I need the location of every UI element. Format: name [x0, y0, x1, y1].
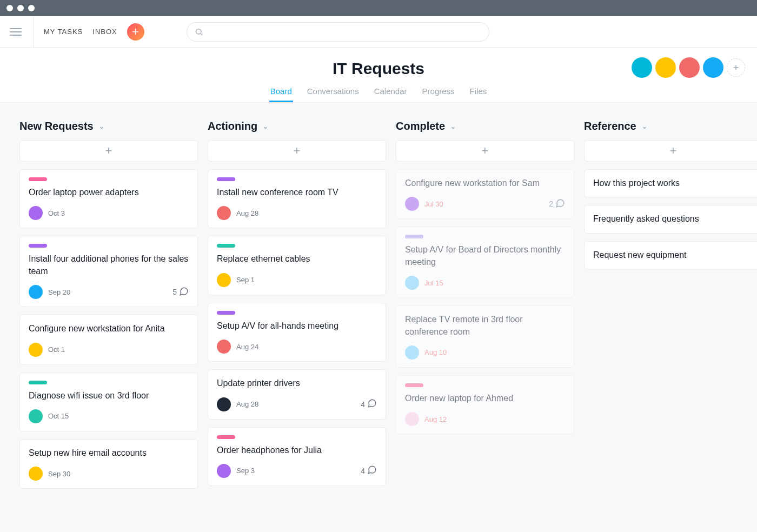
add-card-button[interactable]: +: [584, 140, 757, 162]
assignee-avatar[interactable]: [405, 412, 419, 426]
task-card[interactable]: Order new laptop for AhmedAug 12: [396, 375, 574, 434]
due-date: Oct 1: [48, 345, 65, 354]
card-title: Diagnose wifi issue on 3rd floor: [29, 390, 189, 402]
assignee-avatar[interactable]: [217, 206, 231, 220]
member-avatar[interactable]: [679, 57, 700, 78]
project-tabs: BoardConversationsCalendarProgressFiles: [0, 83, 757, 102]
add-card-button[interactable]: +: [19, 140, 198, 162]
assignee-avatar[interactable]: [217, 397, 231, 411]
due-date: Sep 3: [236, 467, 255, 475]
task-card[interactable]: How this project works: [584, 169, 757, 197]
nav-inbox[interactable]: INBOX: [92, 28, 117, 36]
task-card[interactable]: Order headphones for JuliaSep 34: [208, 427, 386, 486]
tag-pill: [29, 244, 47, 248]
chevron-down-icon[interactable]: ⌄: [642, 123, 647, 130]
add-member-button[interactable]: +: [727, 58, 745, 77]
assignee-avatar[interactable]: [29, 467, 43, 481]
assignee-avatar[interactable]: [405, 276, 419, 290]
tag-pill: [405, 383, 423, 387]
comment-count[interactable]: 5: [172, 287, 189, 298]
task-card[interactable]: Configure new workstation for SamJul 302: [396, 169, 574, 219]
assignee-avatar[interactable]: [405, 345, 419, 360]
chevron-down-icon[interactable]: ⌄: [263, 123, 268, 130]
column-header[interactable]: Actioning⌄: [208, 120, 386, 132]
comment-icon: [367, 398, 377, 410]
add-card-button[interactable]: +: [396, 140, 574, 162]
task-card[interactable]: Request new equipment: [584, 241, 757, 269]
add-card-button[interactable]: +: [208, 140, 386, 162]
assignee-avatar[interactable]: [217, 464, 231, 478]
column-header[interactable]: Complete⌄: [396, 120, 574, 132]
task-card[interactable]: Replace TV remote in 3rd floor conferenc…: [396, 305, 574, 368]
chevron-down-icon[interactable]: ⌄: [450, 123, 456, 130]
comment-count[interactable]: 2: [549, 198, 565, 210]
column-title: Actioning: [208, 120, 257, 132]
card-meta: Oct 1: [29, 343, 189, 357]
card-meta: Jul 15: [405, 276, 565, 290]
tag-pill: [217, 311, 235, 315]
project-header: IT Requests + BoardConversationsCalendar…: [0, 48, 757, 103]
tag-pill: [217, 244, 235, 248]
window-close-dot[interactable]: [6, 5, 13, 11]
comment-count[interactable]: 4: [361, 465, 377, 476]
assignee-avatar[interactable]: [29, 206, 43, 220]
due-date: Sep 30: [48, 470, 70, 478]
chevron-down-icon[interactable]: ⌄: [99, 123, 104, 130]
task-card[interactable]: Install new conference room TVAug 28: [208, 169, 386, 228]
task-card[interactable]: Replace ethernet cablesSep 1: [208, 236, 386, 295]
task-card[interactable]: Update printer driversAug 284: [208, 369, 386, 419]
tag-pill: [217, 435, 235, 439]
search-input[interactable]: [187, 22, 489, 42]
card-meta: Aug 10: [405, 345, 565, 360]
column-header[interactable]: New Requests⌄: [19, 120, 198, 132]
due-date: Oct 15: [48, 412, 69, 420]
tab-calendar[interactable]: Calendar: [373, 83, 408, 102]
comment-number: 4: [361, 467, 365, 475]
task-card[interactable]: Order laptop power adaptersOct 3: [19, 169, 198, 228]
card-title: Setup new hire email accounts: [29, 447, 189, 459]
task-card[interactable]: Install four additional phones for the s…: [19, 236, 198, 307]
column-title: Complete: [396, 120, 445, 132]
assignee-avatar[interactable]: [217, 273, 231, 287]
due-date: Jul 30: [424, 200, 443, 208]
due-date: Jul 15: [424, 279, 443, 287]
due-date: Sep 20: [48, 288, 70, 296]
task-card[interactable]: Setup A/V for all-hands meetingAug 24: [208, 303, 386, 362]
task-card[interactable]: Setup new hire email accountsSep 30: [19, 439, 198, 489]
assignee-avatar[interactable]: [29, 343, 43, 357]
member-avatar[interactable]: [632, 57, 652, 78]
due-date: Oct 3: [48, 209, 65, 217]
tab-files[interactable]: Files: [469, 83, 488, 102]
due-date: Sep 1: [236, 276, 255, 284]
task-card[interactable]: Configure new workstation for AnitaOct 1: [19, 315, 198, 364]
column-header[interactable]: Reference⌄: [584, 120, 757, 132]
page-title: IT Requests: [333, 59, 424, 78]
assignee-avatar[interactable]: [29, 409, 43, 423]
due-date: Aug 10: [424, 348, 447, 356]
card-meta: Oct 3: [29, 206, 189, 220]
comment-number: 2: [549, 200, 553, 208]
tab-progress[interactable]: Progress: [421, 83, 456, 102]
window-min-dot[interactable]: [17, 5, 24, 11]
member-avatar[interactable]: [703, 57, 723, 78]
window-max-dot[interactable]: [28, 5, 35, 11]
tab-conversations[interactable]: Conversations: [306, 83, 360, 102]
column: New Requests⌄+Order laptop power adapter…: [19, 120, 198, 496]
card-meta: Aug 24: [217, 340, 377, 354]
nav-my-tasks[interactable]: MY TASKS: [44, 28, 83, 36]
comment-icon: [179, 287, 189, 298]
task-card[interactable]: Frequently asked questions: [584, 205, 757, 233]
menu-icon[interactable]: [10, 16, 34, 48]
card-meta: Sep 34: [217, 464, 377, 478]
task-card[interactable]: Diagnose wifi issue on 3rd floorOct 15: [19, 373, 198, 431]
task-card[interactable]: Setup A/V for Board of Directors monthly…: [396, 227, 574, 298]
assignee-avatar[interactable]: [217, 340, 231, 354]
assignee-avatar[interactable]: [405, 197, 419, 211]
assignee-avatar[interactable]: [29, 285, 43, 299]
member-avatar[interactable]: [655, 57, 676, 78]
column: Actioning⌄+Install new conference room T…: [208, 120, 386, 496]
comment-number: 4: [361, 400, 365, 409]
comment-count[interactable]: 4: [361, 398, 377, 410]
global-add-button[interactable]: +: [127, 23, 144, 41]
tab-board[interactable]: Board: [269, 83, 293, 102]
